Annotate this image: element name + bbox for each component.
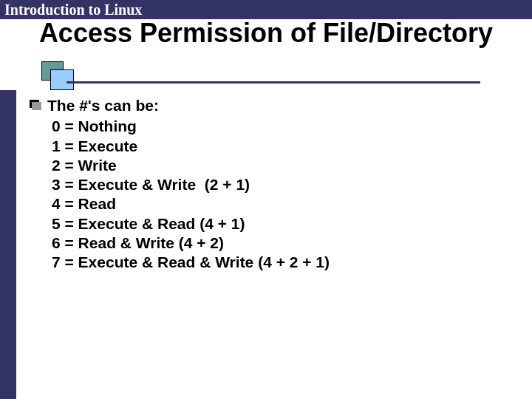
permission-line: 6 = Read & Write (4 + 2): [52, 233, 502, 253]
permission-line: 2 = Write: [52, 156, 502, 175]
header-title: Introduction to Linux: [4, 1, 142, 18]
permission-line: 0 = Nothing: [52, 117, 502, 136]
slide-body: The #'s can be: 0 = Nothing 1 = Execute …: [30, 96, 502, 272]
permission-list: 0 = Nothing 1 = Execute 2 = Write 3 = Ex…: [52, 117, 502, 272]
bullet-lead-text: The #'s can be:: [47, 96, 159, 115]
title-deco-square-front: [50, 69, 74, 90]
slide-title: Access Permission of File/Directory: [0, 19, 532, 47]
permission-line: 7 = Execute & Read & Write (4 + 2 + 1): [52, 253, 502, 272]
title-underline: [66, 81, 480, 83]
bullet-row: The #'s can be:: [30, 96, 502, 115]
permission-line: 4 = Read: [52, 194, 502, 214]
side-accent-bar: [0, 90, 16, 399]
permission-line: 1 = Execute: [52, 137, 502, 156]
bullet-shadowed-square-icon: [30, 100, 41, 110]
svg-rect-1: [32, 102, 41, 110]
slide: Introduction to Linux Access Permission …: [0, 0, 532, 399]
permission-line: 5 = Execute & Read (4 + 1): [52, 214, 502, 233]
permission-line: 3 = Execute & Write (2 + 1): [52, 175, 502, 194]
header-bar: Introduction to Linux: [0, 0, 532, 19]
